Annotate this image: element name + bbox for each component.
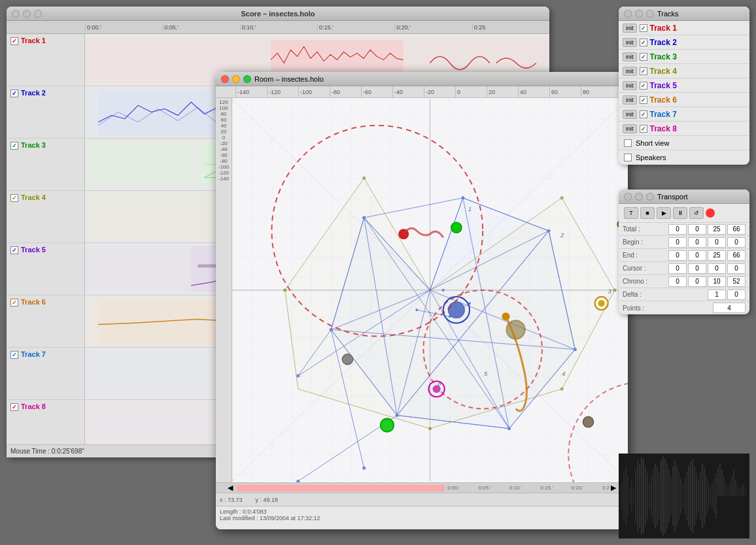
track3-position <box>451 222 462 233</box>
transport-btn-loop[interactable]: ↺ <box>689 207 704 219</box>
track-checkbox-1[interactable] <box>10 37 18 45</box>
tracks-checkbox-7[interactable]: ✓ <box>640 110 647 118</box>
svg-point-81 <box>560 388 564 391</box>
transport-btn-stop[interactable]: ■ <box>640 207 655 219</box>
track-checkbox-8[interactable] <box>10 403 18 411</box>
tracks-checkbox-2[interactable]: ✓ <box>640 39 647 46</box>
tracks-min[interactable] <box>635 10 643 18</box>
time-ruler-scrollbar: 0:00.' 0:05.' 0:10.' 0:15.' 0:20.' 0:2 <box>447 485 610 491</box>
maximize-button[interactable] <box>34 10 42 18</box>
scroll-thumb[interactable] <box>237 485 445 491</box>
transport-close[interactable] <box>624 193 632 201</box>
track-checkbox-3[interactable] <box>10 142 18 150</box>
rx-mark: -120 <box>267 86 298 98</box>
tracks-name-7: Track 7 <box>650 110 677 119</box>
tracks-titlebar: Tracks <box>619 7 749 21</box>
transport-cursor-f3[interactable]: 0 <box>708 263 726 274</box>
track-checkbox-4[interactable] <box>10 194 18 202</box>
tracks-checkbox-3[interactable]: ✓ <box>640 53 647 61</box>
room-close-button[interactable] <box>221 75 229 83</box>
transport-cursor-fields: 0 0 0 0 <box>659 263 746 274</box>
transport-end-f2[interactable]: 0 <box>688 250 706 261</box>
track-label-7: Track 7 <box>7 348 85 399</box>
transport-btn-pause[interactable]: ⏸ <box>673 207 687 219</box>
transport-cursor-row: Cursor : 0 0 0 0 <box>619 262 749 275</box>
speakers-checkbox[interactable] <box>624 154 632 161</box>
transport-cursor-f4[interactable]: 0 <box>727 263 746 274</box>
transport-end-f3[interactable]: 25 <box>708 250 726 261</box>
score-titlebar: Score – insectes.holo <box>7 7 549 21</box>
tracks-max[interactable] <box>646 10 654 18</box>
scroll-right-button[interactable]: ▶ <box>610 485 617 491</box>
transport-end-f1[interactable]: 0 <box>668 250 687 261</box>
transport-begin-f2[interactable]: 0 <box>688 237 706 248</box>
room-y-coord: y : 49.18 <box>256 497 279 503</box>
room-x-coord: x : 73.73 <box>220 497 243 503</box>
waveform-display <box>619 454 749 538</box>
rx-mark: 20 <box>487 86 518 98</box>
transport-end-row: End : 0 0 25 66 <box>619 249 749 262</box>
rx-mark: 40 <box>518 86 549 98</box>
scroll-left-button[interactable]: ◀ <box>226 485 234 491</box>
transport-delta-f1[interactable]: 1 <box>708 289 726 300</box>
tracks-checkbox-5[interactable]: ✓ <box>640 82 647 90</box>
transport-begin-f1[interactable]: 0 <box>668 237 687 248</box>
svg-point-83 <box>283 288 286 291</box>
transport-min[interactable] <box>635 193 643 201</box>
tracks-row-5: init ✓ Track 5 <box>619 78 749 93</box>
transport-end-label: End : <box>623 252 659 259</box>
minimize-button[interactable] <box>23 10 31 18</box>
transport-cursor-f2[interactable]: 0 <box>688 263 706 274</box>
room-minimize-button[interactable] <box>232 75 240 83</box>
tracks-init-7[interactable]: init <box>623 110 637 119</box>
transport-btn-record[interactable] <box>706 208 715 218</box>
tracks-name-5: Track 5 <box>650 81 677 90</box>
tracks-init-5[interactable]: init <box>623 81 637 90</box>
ruler-mark: 0:20.' <box>394 24 472 31</box>
tracks-close[interactable] <box>624 10 632 18</box>
rx-mark: 60 <box>549 86 581 98</box>
transport-points-fields: 4 <box>659 303 746 313</box>
room-titlebar: Room – insectes.holo <box>216 72 628 86</box>
tracks-init-8[interactable]: init <box>623 124 637 133</box>
tracks-checkbox-1[interactable]: ✓ <box>640 24 647 32</box>
svg-point-80 <box>613 288 616 291</box>
transport-btn-play[interactable]: ▶ <box>657 207 671 219</box>
transport-delta-row: Delta : 1 0 <box>619 288 749 301</box>
transport-begin-f4[interactable]: 0 <box>727 237 746 248</box>
tracks-checkbox-6[interactable]: ✓ <box>640 96 647 104</box>
ruler-mark: 0:00.' <box>85 24 162 31</box>
tracks-row-6: init ✓ Track 6 <box>619 93 749 107</box>
close-button[interactable] <box>12 10 20 18</box>
tracks-init-2[interactable]: init <box>623 38 637 47</box>
tracks-panel: Tracks init ✓ Track 1 init ✓ Track 2 ini… <box>619 7 749 165</box>
room-scrollbar[interactable]: ◀ 0:00.' 0:05.' 0:10.' 0:15.' 0:20.' 0:2… <box>216 482 628 493</box>
transport-points-f1[interactable]: 4 <box>713 303 746 313</box>
transport-cursor-f1[interactable]: 0 <box>668 263 687 274</box>
tracks-row-4: init ✓ Track 4 <box>619 64 749 78</box>
track-checkbox-5[interactable] <box>10 246 18 254</box>
transport-end-f4[interactable]: 66 <box>727 250 746 261</box>
track-label-6: Track 6 <box>7 295 85 347</box>
transport-total-f1: 0 <box>668 224 687 235</box>
transport-controls: T ■ ▶ ⏸ ↺ <box>619 204 749 223</box>
transport-delta-f2[interactable]: 0 <box>727 289 746 300</box>
track-checkbox-6[interactable] <box>10 299 18 306</box>
tracks-init-6[interactable]: init <box>623 95 637 105</box>
transport-btn-T[interactable]: T <box>624 207 638 219</box>
tracks-init-4[interactable]: init <box>623 67 637 76</box>
room-ruler-x: -140 -120 -100 -80 -60 -40 -20 0 20 40 6… <box>216 86 628 98</box>
tracks-checkbox-4[interactable]: ✓ <box>640 67 647 75</box>
track-checkbox-2[interactable] <box>10 90 18 97</box>
transport-begin-f3[interactable]: 0 <box>708 237 726 248</box>
transport-max[interactable] <box>646 193 654 201</box>
svg-point-70 <box>362 467 366 470</box>
track-checkbox-7[interactable] <box>10 351 18 359</box>
tracks-checkbox-8[interactable]: ✓ <box>640 125 647 133</box>
room-canvas[interactable]: 1 2 3 4 5 8 <box>232 98 628 482</box>
tracks-init-1[interactable]: init <box>623 24 637 33</box>
short-view-checkbox[interactable] <box>624 139 632 147</box>
tracks-init-3[interactable]: init <box>623 52 637 61</box>
tracks-row-8: init ✓ Track 8 <box>619 122 749 136</box>
room-maximize-button[interactable] <box>243 75 251 83</box>
